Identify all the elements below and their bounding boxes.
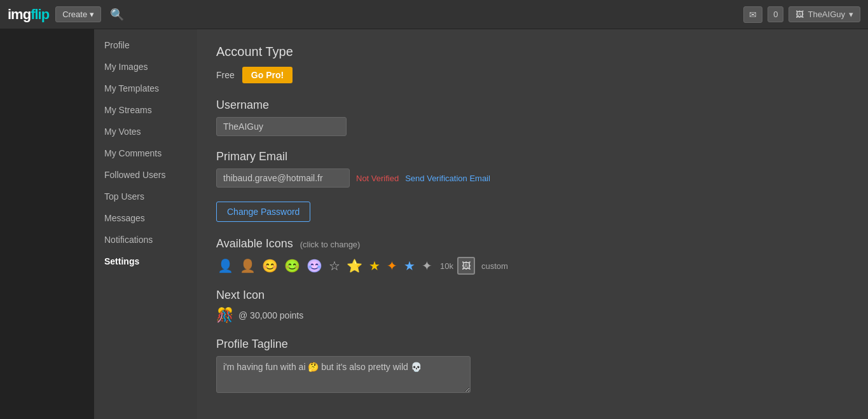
icon-yellow-smiley[interactable]: 😊 bbox=[261, 257, 279, 275]
email-input[interactable] bbox=[216, 168, 350, 188]
icon-blue-smiley[interactable]: 😊 bbox=[305, 257, 324, 275]
main-layout: Profile My Images My Templates My Stream… bbox=[0, 29, 868, 419]
sidebar-item-my-images[interactable]: My Images bbox=[94, 56, 197, 78]
primary-email-section: Primary Email Not Verified Send Verifica… bbox=[216, 150, 849, 188]
top-navigation: imgflip Create ▾ 🔍 ✉ 0 🖼 TheAIGuy ▾ bbox=[0, 0, 868, 29]
notification-badge[interactable]: 0 bbox=[768, 6, 783, 22]
icon-black-star[interactable]: ☆ bbox=[327, 257, 341, 275]
primary-email-label: Primary Email bbox=[216, 150, 849, 163]
icon-gold-star[interactable]: ★ bbox=[368, 257, 382, 275]
dropdown-arrow-icon: ▾ bbox=[90, 10, 94, 19]
available-icons-title: Available Icons (click to change) bbox=[216, 237, 849, 251]
sidebar-item-messages[interactable]: Messages bbox=[94, 207, 197, 229]
profile-tagline-input[interactable] bbox=[216, 356, 471, 393]
icon-orange-smiley[interactable]: 😊 bbox=[283, 257, 301, 275]
user-name: TheAIGuy bbox=[808, 10, 845, 19]
logo[interactable]: imgflip bbox=[8, 6, 49, 23]
custom-label: custom bbox=[481, 261, 508, 271]
sidebar-item-followed-users[interactable]: Followed Users bbox=[94, 164, 197, 186]
email-row: Not Verified Send Verification Email bbox=[216, 168, 849, 188]
username-input[interactable] bbox=[216, 117, 347, 136]
go-pro-button[interactable]: Go Pro! bbox=[242, 67, 293, 83]
next-icon-points: @ 30,000 points bbox=[238, 310, 303, 320]
icon-10k-label: 10k bbox=[440, 261, 453, 271]
next-icon-row: 🎊 @ 30,000 points bbox=[216, 307, 849, 324]
sidebar-item-notifications[interactable]: Notifications bbox=[94, 229, 197, 251]
account-type-section: Account Type Free Go Pro! bbox=[216, 45, 849, 83]
create-button[interactable]: Create ▾ bbox=[55, 6, 101, 22]
account-type-title: Account Type bbox=[216, 45, 849, 59]
sidebar-item-my-streams[interactable]: My Streams bbox=[94, 99, 197, 121]
icon-orange-star[interactable]: ✦ bbox=[385, 257, 399, 275]
topnav-right: ✉ 0 🖼 TheAIGuy ▾ bbox=[743, 6, 860, 23]
sidebar-item-settings[interactable]: Settings bbox=[94, 251, 197, 272]
available-icons-subtitle: (click to change) bbox=[300, 240, 361, 249]
profile-tagline-section: Profile Tagline bbox=[216, 338, 849, 395]
not-verified-text: Not Verified bbox=[356, 174, 399, 183]
search-icon[interactable]: 🔍 bbox=[110, 8, 124, 22]
profile-tagline-label: Profile Tagline bbox=[216, 338, 849, 351]
user-icon: 🖼 bbox=[796, 10, 804, 19]
next-icon-label: Next Icon bbox=[216, 289, 849, 302]
sidebar-item-my-comments[interactable]: My Comments bbox=[94, 142, 197, 164]
main-content-area: Account Type Free Go Pro! Username Prima… bbox=[197, 29, 868, 419]
account-type-value: Free bbox=[216, 70, 235, 80]
icon-brown-person[interactable]: 👤 bbox=[238, 257, 257, 275]
icon-half-star[interactable]: ⭐ bbox=[345, 257, 364, 275]
icons-row: 👤 👤 😊 😊 😊 ☆ ⭐ ★ ✦ ★ ✦ 10k 🖼 custom bbox=[216, 257, 849, 275]
username-label: Username bbox=[216, 99, 849, 112]
mail-icon[interactable]: ✉ bbox=[743, 6, 762, 23]
icon-gray-person[interactable]: 👤 bbox=[216, 257, 235, 275]
sidebar-item-profile[interactable]: Profile bbox=[94, 34, 197, 56]
user-menu-button[interactable]: 🖼 TheAIGuy ▾ bbox=[789, 6, 860, 22]
sidebar-item-my-templates[interactable]: My Templates bbox=[94, 78, 197, 99]
username-section: Username bbox=[216, 99, 849, 136]
sidebar-item-top-users[interactable]: Top Users bbox=[94, 186, 197, 207]
sidebar-navigation: Profile My Images My Templates My Stream… bbox=[94, 29, 197, 419]
icon-custom-box[interactable]: 🖼 bbox=[457, 257, 475, 275]
send-verification-link[interactable]: Send Verification Email bbox=[405, 174, 490, 183]
icon-blue-star[interactable]: ★ bbox=[403, 257, 417, 275]
account-type-row: Free Go Pro! bbox=[216, 67, 849, 83]
change-password-button[interactable]: Change Password bbox=[216, 202, 310, 222]
icon-multi-star[interactable]: ✦ bbox=[420, 257, 434, 275]
sidebar-item-my-votes[interactable]: My Votes bbox=[94, 121, 197, 142]
create-label: Create bbox=[62, 10, 87, 19]
next-icon-section: Next Icon 🎊 @ 30,000 points bbox=[216, 289, 849, 324]
available-icons-section: Available Icons (click to change) 👤 👤 😊 … bbox=[216, 237, 849, 275]
next-icon-emoji: 🎊 bbox=[216, 307, 233, 324]
user-dropdown-arrow-icon: ▾ bbox=[849, 10, 853, 19]
sidebar-left-strip bbox=[0, 29, 94, 419]
icon-custom-inner: 🖼 bbox=[462, 261, 471, 271]
